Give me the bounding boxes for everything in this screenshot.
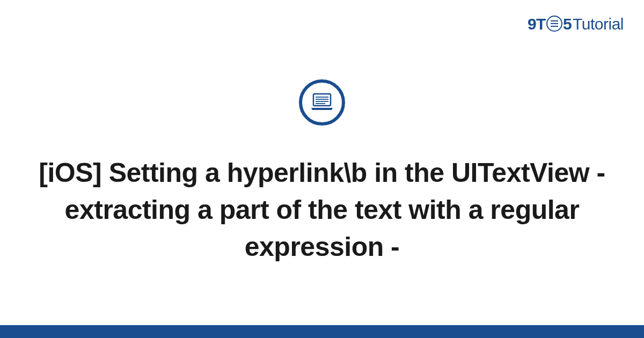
logo-text-5: 5: [563, 15, 572, 33]
laptop-svg: [309, 90, 335, 115]
footer-bar: [0, 325, 644, 338]
article-title: [iOS] Setting a hyperlink\b in the UITex…: [27, 155, 617, 266]
logo-circle-icon: [546, 16, 562, 32]
logo-circle-lines: [551, 23, 558, 25]
logo-text-9t: 9T: [528, 15, 546, 33]
laptop-icon: [299, 79, 345, 126]
logo-text-tutorial: Tutorial: [573, 15, 624, 33]
site-logo: 9T 5 Tutorial: [528, 15, 624, 33]
